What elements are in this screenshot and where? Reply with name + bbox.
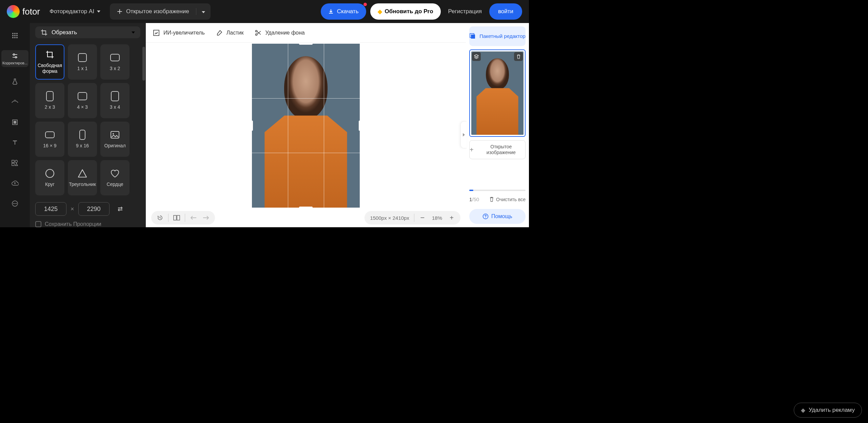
zoom-level: 18% — [431, 215, 443, 221]
logo[interactable]: fotor — [7, 5, 40, 18]
svg-point-9 — [13, 54, 15, 55]
zoom-in-button[interactable]: + — [447, 213, 456, 223]
redo-icon — [203, 215, 209, 220]
eraser-label: Ластик — [226, 30, 244, 36]
crop-option-3x4[interactable]: 3 x 4 — [100, 83, 130, 118]
crop-icon — [41, 29, 47, 36]
logo-icon — [7, 5, 20, 18]
image-icon — [110, 130, 120, 140]
crop-option-circle[interactable]: Круг — [35, 160, 64, 195]
undo-button[interactable] — [189, 213, 198, 223]
svg-rect-13 — [12, 160, 14, 163]
crop-option-2x3[interactable]: 2 x 3 — [35, 83, 64, 118]
svg-point-17 — [13, 203, 14, 204]
redo-button[interactable] — [201, 213, 211, 223]
help-button[interactable]: Помощь — [469, 209, 526, 224]
crop-handle-top[interactable] — [299, 43, 313, 45]
crop-option-freeform[interactable]: Свободная форма — [35, 44, 64, 80]
upgrade-button[interactable]: ◆ Обновить до Pro — [370, 3, 441, 20]
zoom-out-button[interactable]: − — [418, 213, 427, 223]
tool-apps[interactable] — [1, 30, 28, 41]
keep-proportions-checkbox[interactable] — [35, 221, 41, 227]
side-toolbar: Корректиров... — [0, 23, 30, 227]
compare-button[interactable] — [172, 213, 181, 223]
crop-option-9x16[interactable]: 9 x 16 — [68, 122, 97, 157]
eye-sparkle-icon — [11, 98, 19, 106]
download-button[interactable]: Скачать — [321, 3, 366, 20]
tool-text[interactable] — [1, 137, 28, 148]
shapes-icon — [11, 159, 19, 167]
thumbnail-delete-button[interactable] — [514, 52, 523, 61]
svg-point-18 — [15, 203, 16, 204]
svg-point-14 — [15, 160, 18, 163]
crop-option-4x3[interactable]: 4 × 3 — [68, 83, 97, 118]
chevron-down-icon — [132, 31, 135, 34]
help-label: Помощь — [491, 213, 512, 219]
image-dimensions: 1500px × 2410px — [369, 215, 411, 221]
tool-beautify[interactable] — [1, 76, 28, 87]
mode-label: Фоторедактор AI — [50, 8, 94, 15]
register-link[interactable]: Регистрация — [445, 8, 485, 15]
history-icon — [157, 215, 163, 221]
canvas-viewport[interactable] — [146, 43, 466, 208]
mode-select[interactable]: Фоторедактор AI — [44, 8, 106, 15]
svg-point-4 — [14, 35, 16, 36]
crop-width-input[interactable] — [35, 202, 66, 216]
crop-frame[interactable] — [252, 43, 360, 208]
svg-point-1 — [14, 33, 16, 34]
crop-handle-right[interactable] — [359, 121, 360, 131]
clear-all-button[interactable]: Очистить все — [489, 197, 526, 202]
download-label: Скачать — [337, 8, 359, 15]
open-image-button[interactable]: Открытое изображение — [110, 8, 196, 15]
logo-text: fotor — [22, 6, 40, 17]
tool-elements[interactable] — [1, 157, 28, 169]
expand-panel-button[interactable] — [460, 121, 467, 148]
crop-option-triangle[interactable]: Треугольник — [68, 160, 97, 195]
svg-rect-27 — [177, 215, 180, 220]
frame-icon — [11, 119, 19, 126]
crop-option-label: 3 x 2 — [110, 66, 120, 71]
image-container[interactable] — [250, 43, 362, 208]
crop-option-16x9[interactable]: 16 × 9 — [35, 122, 64, 157]
trash-icon — [489, 197, 494, 202]
layers-icon — [474, 54, 479, 59]
history-button[interactable] — [155, 213, 165, 223]
remove-ads-button[interactable]: ◆ Удалить рекламу — [794, 403, 862, 418]
svg-rect-26 — [174, 215, 176, 220]
image-thumbnail[interactable] — [469, 49, 526, 137]
crop-option-1x1[interactable]: 1 x 1 — [68, 44, 97, 80]
crop-option-original[interactable]: Оригинал — [100, 122, 130, 157]
heart-icon — [110, 169, 120, 178]
open-image-dropdown[interactable] — [196, 8, 211, 15]
right-panel-slider[interactable] — [469, 190, 526, 191]
batch-editor-button[interactable]: Пакетный редактор — [469, 26, 526, 46]
ai-upscaler-button[interactable]: ИИ-увеличитель — [153, 29, 205, 37]
rect-2x3-icon — [45, 91, 55, 101]
tool-adjust[interactable]: Корректиров... — [1, 50, 28, 67]
crop-height-input[interactable] — [78, 202, 110, 216]
crop-option-heart[interactable]: Сердце — [100, 160, 130, 195]
eraser-button[interactable]: Ластик — [216, 29, 244, 37]
crop-handle-left[interactable] — [251, 121, 253, 131]
panel-scrollbar[interactable] — [142, 47, 145, 81]
compare-icon — [173, 215, 180, 220]
crop-option-3x2[interactable]: 3 x 2 — [100, 44, 130, 80]
tool-cloud[interactable] — [1, 177, 28, 189]
crop-freeform-icon — [45, 50, 55, 59]
tool-eye[interactable] — [1, 96, 28, 108]
count-total: /50 — [472, 196, 479, 202]
crop-handle-bottom[interactable] — [299, 207, 313, 208]
grid-line — [252, 153, 360, 153]
bg-remove-button[interactable]: Удаление фона — [254, 29, 304, 37]
tool-frame[interactable] — [1, 117, 28, 128]
crop-option-label: Круг — [45, 182, 55, 187]
crop-panel: Обрезать Свободная форма 1 x 1 3 x 2 — [30, 23, 146, 227]
thumbnail-layers-button[interactable] — [472, 52, 481, 61]
swap-button[interactable]: ⇄ — [114, 202, 127, 216]
open-image-label: Открытое изображение — [126, 8, 189, 15]
bg-remove-label: Удаление фона — [265, 30, 304, 36]
open-image-card[interactable]: + Открытое изображение — [469, 140, 526, 159]
crop-panel-header[interactable]: Обрезать — [35, 26, 140, 38]
login-button[interactable]: войти — [489, 3, 522, 20]
tool-more[interactable] — [1, 198, 28, 209]
